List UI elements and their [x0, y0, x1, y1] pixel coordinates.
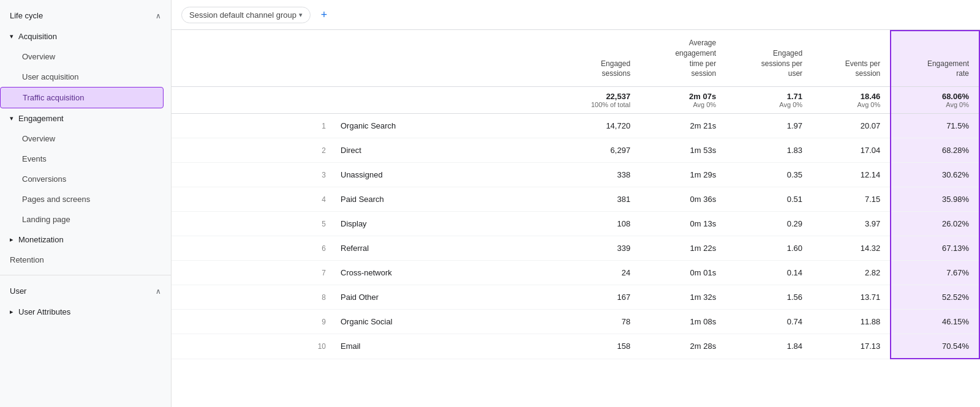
sidebar-item-retention[interactable]: Retention — [0, 250, 166, 270]
row-avg-engagement: 1m 22s — [640, 236, 726, 261]
events-label: Events — [22, 154, 47, 163]
conversions-label: Conversions — [22, 174, 66, 184]
row-channel: Paid Search — [331, 187, 557, 212]
engagement-overview-label: Overview — [22, 134, 55, 143]
col-header-channel — [331, 31, 557, 87]
sidebar-item-pages-and-screens[interactable]: Pages and screens — [0, 189, 166, 209]
row-engaged-per-user: 1.97 — [726, 114, 812, 138]
row-num: 1 — [172, 114, 331, 138]
row-engaged-sessions: 158 — [557, 334, 640, 359]
landing-page-label: Landing page — [22, 215, 70, 224]
sidebar-item-acquisition[interactable]: ▾ Acquisition — [0, 26, 166, 47]
row-engagement-rate: 52.52% — [891, 285, 979, 310]
totals-channel — [331, 87, 557, 114]
dimension-selector-row: Session default channel group ▾ + — [172, 0, 980, 30]
row-events-per-session: 2.82 — [812, 261, 891, 285]
col-header-engaged-sessions: Engagedsessions — [557, 31, 640, 87]
monetization-arrow-icon: ▸ — [10, 236, 13, 244]
row-num: 6 — [172, 236, 331, 261]
row-engagement-rate: 26.02% — [891, 212, 979, 236]
row-avg-engagement: 0m 01s — [640, 261, 726, 285]
col-header-engagement-rate: Engagementrate — [891, 31, 979, 87]
row-events-per-session: 13.71 — [812, 285, 891, 310]
row-channel: Unassigned — [331, 163, 557, 187]
lifecycle-label: Life cycle — [10, 11, 43, 20]
table-row: 7 Cross-network 24 0m 01s 0.14 2.82 7.67… — [172, 261, 979, 285]
row-engaged-sessions: 24 — [557, 261, 640, 285]
row-engaged-sessions: 381 — [557, 187, 640, 212]
row-channel: Organic Social — [331, 310, 557, 334]
totals-engaged-sessions: 22,537 100% of total — [557, 87, 640, 114]
sidebar-item-user-acquisition[interactable]: User acquisition — [0, 67, 166, 87]
sidebar-item-user-attributes[interactable]: ▸ User Attributes — [0, 302, 166, 322]
row-engaged-sessions: 108 — [557, 212, 640, 236]
row-engagement-rate: 7.67% — [891, 261, 979, 285]
main-content: Session default channel group ▾ + Engage… — [172, 0, 980, 407]
totals-engagement-rate: 68.06% Avg 0% — [891, 87, 979, 114]
lifecycle-section-header[interactable]: Life cycle ∧ — [0, 5, 171, 26]
row-engaged-per-user: 1.56 — [726, 285, 812, 310]
add-dimension-button[interactable]: + — [315, 6, 333, 23]
overview-label: Overview — [22, 52, 55, 61]
row-engagement-rate: 46.15% — [891, 310, 979, 334]
totals-events-per-session: 18.46 Avg 0% — [812, 87, 891, 114]
sidebar-item-conversions[interactable]: Conversions — [0, 169, 166, 189]
sidebar-item-overview[interactable]: Overview — [0, 47, 166, 67]
user-section-header[interactable]: User ∧ — [0, 280, 171, 302]
row-engagement-rate: 67.13% — [891, 236, 979, 261]
sidebar-divider — [0, 275, 171, 275]
row-events-per-session: 12.14 — [812, 163, 891, 187]
table-row: 8 Paid Other 167 1m 32s 1.56 13.71 52.52… — [172, 285, 979, 310]
table-row: 10 Email 158 2m 28s 1.84 17.13 70.54% — [172, 334, 979, 359]
row-channel: Display — [331, 212, 557, 236]
lifecycle-chevron-icon: ∧ — [156, 12, 161, 20]
row-avg-engagement: 1m 29s — [640, 163, 726, 187]
sidebar-item-engagement[interactable]: ▾ Engagement — [0, 108, 166, 129]
row-engaged-sessions: 6,297 — [557, 138, 640, 163]
sidebar-item-monetization[interactable]: ▸ Monetization — [0, 230, 166, 250]
table-row: 2 Direct 6,297 1m 53s 1.83 17.04 68.28% — [172, 138, 979, 163]
row-engaged-sessions: 339 — [557, 236, 640, 261]
table-header-row: Engagedsessions Averageengagementtime pe… — [172, 31, 979, 87]
row-avg-engagement: 1m 08s — [640, 310, 726, 334]
row-engaged-per-user: 0.29 — [726, 212, 812, 236]
row-channel: Email — [331, 334, 557, 359]
row-num: 10 — [172, 334, 331, 359]
monetization-label: Monetization — [18, 235, 64, 244]
row-channel: Cross-network — [331, 261, 557, 285]
sidebar-item-events[interactable]: Events — [0, 149, 166, 169]
sidebar-item-traffic-acquisition[interactable]: Traffic acquisition — [0, 87, 164, 108]
row-avg-engagement: 0m 36s — [640, 187, 726, 212]
row-engaged-per-user: 0.14 — [726, 261, 812, 285]
sidebar: Life cycle ∧ ▾ Acquisition Overview User… — [0, 0, 172, 407]
row-engaged-per-user: 1.84 — [726, 334, 812, 359]
row-events-per-session: 17.13 — [812, 334, 891, 359]
col-header-engaged-per-user: Engagedsessions peruser — [726, 31, 812, 87]
row-engagement-rate: 71.5% — [891, 114, 979, 138]
acquisition-label: Acquisition — [18, 32, 57, 41]
row-engaged-sessions: 14,720 — [557, 114, 640, 138]
row-engaged-per-user: 0.74 — [726, 310, 812, 334]
row-num: 7 — [172, 261, 331, 285]
sidebar-item-engagement-overview[interactable]: Overview — [0, 129, 166, 149]
totals-num — [172, 87, 331, 114]
table-row: 3 Unassigned 338 1m 29s 0.35 12.14 30.62… — [172, 163, 979, 187]
sidebar-item-landing-page[interactable]: Landing page — [0, 209, 166, 230]
retention-label: Retention — [10, 255, 44, 264]
row-avg-engagement: 2m 21s — [640, 114, 726, 138]
row-engagement-rate: 30.62% — [891, 163, 979, 187]
totals-avg-engagement: 2m 07s Avg 0% — [640, 87, 726, 114]
table-container: Session default channel group ▾ + Engage… — [172, 0, 980, 359]
dimension-pill[interactable]: Session default channel group ▾ — [181, 7, 311, 23]
row-events-per-session: 7.15 — [812, 187, 891, 212]
row-channel: Paid Other — [331, 285, 557, 310]
row-engaged-per-user: 0.35 — [726, 163, 812, 187]
row-num: 3 — [172, 163, 331, 187]
user-section-label: User — [10, 286, 26, 296]
row-events-per-session: 14.32 — [812, 236, 891, 261]
row-channel: Referral — [331, 236, 557, 261]
user-chevron-icon: ∧ — [156, 287, 161, 296]
user-acquisition-label: User acquisition — [22, 72, 79, 81]
user-attributes-arrow-icon: ▸ — [10, 308, 13, 316]
engagement-label: Engagement — [18, 114, 64, 123]
